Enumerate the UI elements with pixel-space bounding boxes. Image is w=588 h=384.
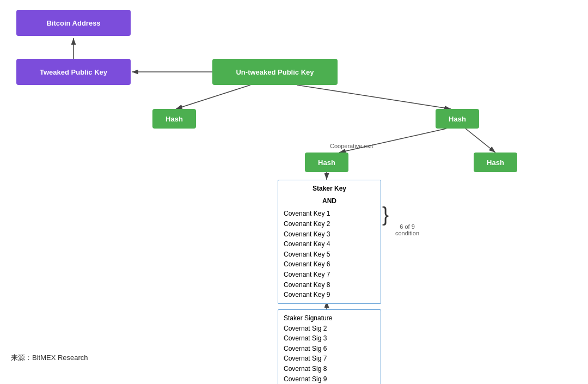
covenant-key-item: Covenant Key 6 (284, 259, 375, 270)
script-box-title: Staker Key (284, 184, 375, 194)
covenant-key-item: Covenant Key 8 (284, 280, 375, 290)
sig-item: Covernat Sig 9 (284, 374, 375, 384)
cooperative-exit-label: Cooperative exit (330, 143, 373, 149)
hash-far-right-node: Hash (474, 153, 517, 172)
hash-left-node: Hash (152, 109, 196, 129)
hash-center-label: Hash (318, 159, 335, 167)
covenant-key-item: Covenant Key 3 (284, 229, 375, 240)
sig-item: Covernat Sig 3 (284, 333, 375, 344)
covenant-key-item: Covenant Key 1 (284, 209, 375, 219)
sig-item: Covernat Sig 8 (284, 364, 375, 374)
svg-line-6 (465, 129, 495, 153)
covenant-key-item: Covenant Key 4 (284, 239, 375, 249)
covenant-key-item: Covenant Key 7 (284, 270, 375, 280)
covenant-key-item: Covenant Key 9 (284, 290, 375, 300)
sig-box: Staker SignatureCovernat Sig 2Covernat S… (278, 309, 381, 384)
script-box-and: AND (284, 196, 375, 206)
sig-item: Staker Signature (284, 313, 375, 324)
hash-right-node: Hash (436, 109, 479, 129)
hash-center-node: Hash (305, 153, 348, 172)
tweaked-public-key-label: Tweaked Public Key (40, 68, 107, 76)
condition-label: 6 of 9 condition (395, 223, 419, 236)
hash-far-right-label: Hash (487, 159, 504, 167)
hash-left-label: Hash (166, 115, 183, 123)
sig-item: Covernat Sig 6 (284, 344, 375, 354)
bitcoin-address-label: Bitcoin Address (46, 19, 100, 27)
covenant-key-item: Covenant Key 5 (284, 249, 375, 260)
sig-item: Covernat Sig 7 (284, 353, 375, 364)
source-label: 来源：BitMEX Research (11, 353, 88, 363)
sig-item: Covernat Sig 2 (284, 324, 375, 334)
svg-line-3 (176, 85, 250, 109)
brace-symbol: } (382, 205, 389, 224)
diagram-container: Bitcoin Address Tweaked Public Key Un-tw… (0, 0, 588, 370)
script-box: Staker Key AND Covenant Key 1Covenant Ke… (278, 180, 381, 304)
hash-right-label: Hash (449, 115, 466, 123)
untweaked-public-key-node: Un-tweaked Public Key (212, 59, 338, 85)
bitcoin-address-node: Bitcoin Address (16, 10, 131, 36)
covenant-keys-list: Covenant Key 1Covenant Key 2Covenant Key… (284, 209, 375, 300)
untweaked-public-key-label: Un-tweaked Public Key (236, 68, 314, 76)
tweaked-public-key-node: Tweaked Public Key (16, 59, 131, 85)
svg-line-4 (297, 85, 451, 109)
covenant-key-item: Covenant Key 2 (284, 219, 375, 229)
